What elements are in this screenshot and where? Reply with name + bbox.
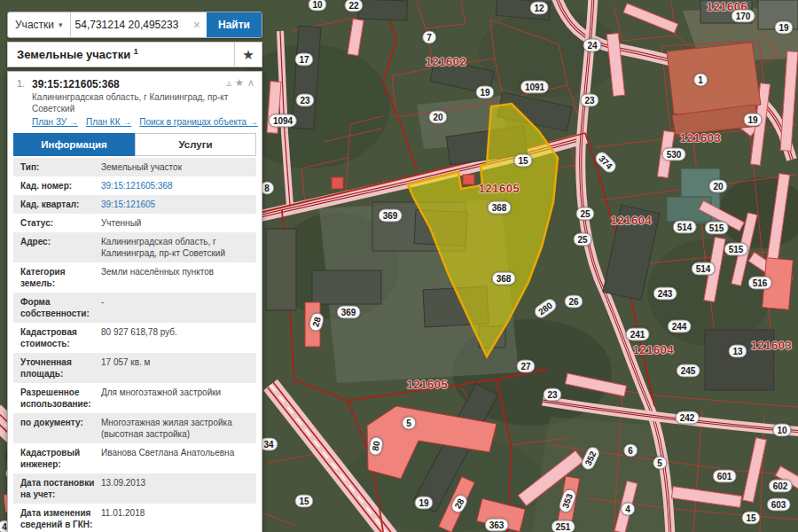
parcel-label-27[interactable]: 27 (516, 360, 535, 373)
parcel-label-368[interactable]: 368 (492, 272, 516, 286)
parcel-label-19[interactable]: 19 (743, 113, 762, 127)
parcel-label-10[interactable]: 10 (772, 424, 791, 437)
parcel-label-1094[interactable]: 1094 (269, 114, 297, 128)
info-row-value: 17 057 кв. м (99, 353, 155, 383)
parcel-label-245[interactable]: 245 (677, 364, 700, 378)
info-row-value: 11.01.2018 (99, 504, 150, 532)
parcel-label-5[interactable]: 5 (402, 417, 416, 430)
info-row: Статус:Учтенный (13, 214, 256, 232)
info-row-value[interactable]: 39:15:121605 (99, 195, 160, 214)
tab-1[interactable]: Услуги (135, 133, 256, 156)
info-row-label: Статус: (13, 214, 99, 232)
parcel-label-601[interactable]: 601 (713, 470, 737, 483)
quarter-label-121603: 121603 (751, 339, 792, 352)
parcel-label-23[interactable]: 23 (580, 94, 598, 107)
parcel-info-panel: 1. 39:15:121605:368 ▵ ★ ∧ Калининградска… (7, 71, 262, 532)
info-row: Кадастровая стоимость:80 927 618,78 руб. (13, 323, 256, 353)
parcel-label-251[interactable]: 251 (552, 520, 575, 532)
info-row-value: Многоэтажная жилая застройка (высотная з… (99, 413, 256, 443)
item-link-1[interactable]: План КК → (86, 117, 131, 127)
parcel-label-12[interactable]: 12 (529, 2, 548, 15)
info-row: Кадастровый инженер:Иванова Светлана Ана… (13, 443, 256, 473)
quarter-label-121605: 121605 (479, 182, 520, 195)
collapse-icon[interactable]: ∧ (247, 78, 254, 88)
parcel-label-514[interactable]: 514 (673, 221, 697, 234)
parcel-label-10[interactable]: 10 (308, 0, 326, 12)
tab-0[interactable]: Информация (13, 133, 135, 156)
parcel-label-242[interactable]: 242 (676, 411, 700, 425)
search-bar: Участки ▾ × Найти (7, 12, 262, 38)
info-row: по документу:Многоэтажная жилая застройк… (13, 413, 256, 443)
info-row-value: - (99, 293, 109, 323)
info-table: Тип:Земельный участокКад. номер:39:15:12… (13, 158, 256, 532)
search-input[interactable] (71, 12, 187, 37)
parcel-label-7[interactable]: 7 (422, 31, 436, 44)
results-count: 1 (134, 47, 138, 56)
parcel-label-22[interactable]: 22 (344, 0, 363, 12)
parcel-label-20[interactable]: 20 (708, 180, 727, 193)
parcel-label-363[interactable]: 363 (485, 519, 509, 532)
info-row-label: Тип: (13, 158, 99, 176)
parcel-label-515[interactable]: 515 (705, 222, 729, 235)
info-row: Дата постановки на учет:13.09.2013 (13, 473, 256, 504)
parcel-label-530[interactable]: 530 (662, 148, 686, 161)
parcel-label-13[interactable]: 13 (728, 345, 747, 358)
parcel-label-369[interactable]: 369 (337, 306, 361, 319)
parcel-label-23[interactable]: 23 (543, 388, 561, 402)
chevron-down-icon: ▾ (59, 20, 63, 29)
search-category-dropdown[interactable]: Участки ▾ (8, 12, 71, 37)
favorites-button[interactable]: ★ (234, 43, 262, 66)
info-row: Категория земель:Земли населённых пункто… (13, 262, 256, 293)
parcel-label-20[interactable]: 20 (428, 111, 447, 124)
parcel-label-19[interactable]: 19 (475, 86, 494, 99)
parcel-label-15[interactable]: 15 (741, 512, 760, 525)
parcel-label-19[interactable]: 19 (774, 21, 793, 35)
favorite-star-icon[interactable]: ★ (235, 78, 244, 88)
parcel-label-17[interactable]: 17 (294, 53, 313, 66)
parcel-label-25[interactable]: 25 (575, 207, 594, 221)
parcel-label-514[interactable]: 514 (692, 262, 716, 276)
parcel-label-19[interactable]: 19 (414, 497, 433, 510)
item-address: Калининградская область, г Калининград, … (32, 91, 253, 114)
item-links: План ЗУ →План КК →Поиск в границах объек… (32, 117, 256, 127)
quarter-label-121604: 121604 (611, 214, 652, 227)
parcel-label-603[interactable]: 603 (767, 498, 791, 512)
info-row: Дата изменения сведений в ГКН:11.01.2018 (13, 504, 256, 532)
parcel-label-243[interactable]: 243 (653, 287, 677, 301)
find-button[interactable]: Найти (207, 12, 262, 37)
parcel-label-1091[interactable]: 1091 (520, 81, 549, 94)
parcel-label-369[interactable]: 369 (379, 209, 403, 223)
parcel-label-170[interactable]: 170 (732, 10, 755, 23)
parcel-label-1[interactable]: 1 (693, 74, 708, 87)
report-icon[interactable]: ▵ (227, 78, 232, 88)
parcel-label-516[interactable]: 516 (748, 277, 772, 290)
info-row-label: Разрешенное использование: (13, 383, 99, 413)
parcel-label-368[interactable]: 368 (488, 201, 512, 215)
info-row-value[interactable]: 39:15:121605:368 (99, 176, 178, 195)
item-link-2[interactable]: Поиск в границах объекта → (139, 117, 258, 127)
parcel-label-241[interactable]: 241 (626, 328, 650, 341)
item-index: 1. (17, 78, 32, 89)
info-row: Форма собственности:- (13, 293, 256, 323)
info-row: Уточненная площадь:17 057 кв. м (13, 353, 256, 383)
results-title-text: Земельные участки (17, 49, 130, 62)
parcel-label-26[interactable]: 26 (564, 295, 583, 309)
parcel-label-602[interactable]: 602 (769, 480, 793, 493)
info-row: Тип:Земельный участок (13, 158, 256, 176)
info-row: Кад. квартал:39:15:121605 (13, 195, 256, 214)
info-row: Адрес:Калининградская область, г Калинин… (13, 232, 256, 262)
item-link-0[interactable]: План ЗУ → (32, 117, 78, 127)
quarter-label-121602: 121602 (426, 55, 466, 68)
parcel-label-5[interactable]: 5 (653, 457, 667, 470)
parcel-label-25[interactable]: 25 (573, 233, 591, 246)
parcel-label-244[interactable]: 244 (668, 320, 692, 333)
clear-icon[interactable]: × (187, 18, 207, 32)
parcel-label-23[interactable]: 23 (295, 94, 314, 107)
parcel-label-15[interactable]: 15 (294, 495, 313, 508)
parcel-label-15[interactable]: 15 (513, 154, 532, 168)
parcel-label-4[interactable]: 4 (621, 503, 635, 516)
parcel-label-515[interactable]: 515 (724, 243, 748, 256)
parcel-label-24[interactable]: 24 (583, 39, 601, 52)
info-row-value: 80 927 618,78 руб. (99, 323, 183, 353)
parcel-label-6[interactable]: 6 (623, 444, 638, 458)
